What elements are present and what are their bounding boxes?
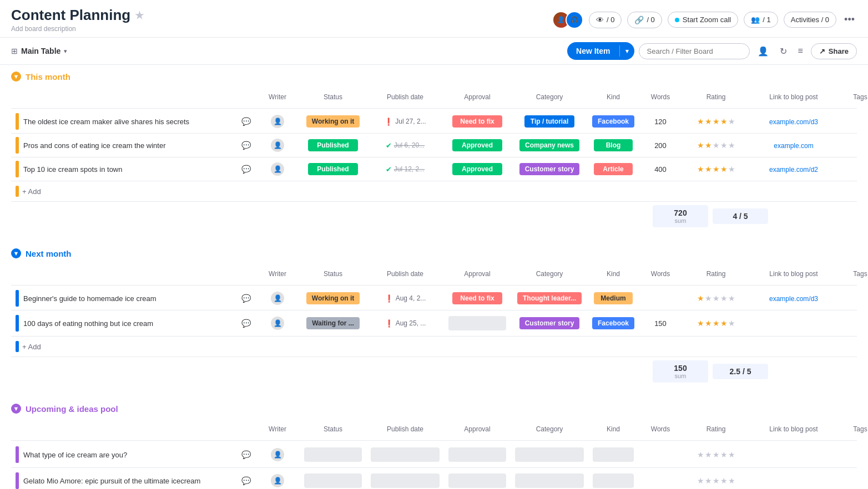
status-cell[interactable]: Published: [300, 160, 366, 179]
kind-cell[interactable]: Facebook: [588, 112, 638, 131]
eye-count-button[interactable]: 👁 / 0: [589, 12, 622, 28]
chevron-down-icon[interactable]: ▾: [64, 48, 67, 55]
kind-badge[interactable]: Facebook: [592, 115, 634, 128]
approval-badge[interactable]: Approved: [452, 139, 502, 151]
kind-cell[interactable]: [588, 468, 638, 489]
person-icon[interactable]: 👤: [271, 474, 284, 487]
link-cell[interactable]: example.com/d3: [749, 291, 838, 306]
add-row-label[interactable]: + Add: [22, 187, 41, 196]
avatar-2[interactable]: 🎧: [566, 11, 583, 29]
kind-cell[interactable]: Medium: [588, 289, 638, 308]
person-icon[interactable]: 👤: [271, 292, 284, 305]
person-filter-button[interactable]: 👤: [754, 44, 772, 59]
approval-badge[interactable]: Need to fix: [452, 292, 502, 304]
comment-icon[interactable]: 💬: [241, 476, 251, 485]
group-toggle-this-month[interactable]: ▼: [11, 72, 21, 81]
status-badge[interactable]: Working on it: [306, 115, 360, 128]
add-row-label[interactable]: + Add: [22, 343, 41, 351]
status-cell[interactable]: [300, 442, 366, 467]
category-cell[interactable]: Customer story: [511, 314, 588, 333]
star-icon[interactable]: ★: [135, 9, 144, 22]
search-input[interactable]: [639, 43, 750, 59]
status-cell[interactable]: [300, 468, 366, 489]
category-cell[interactable]: [511, 442, 588, 467]
person-icon[interactable]: 👤: [271, 317, 284, 330]
status-cell[interactable]: Working on it: [300, 289, 366, 308]
board-description[interactable]: Add board description: [11, 25, 144, 33]
blog-link[interactable]: example.com/d3: [769, 295, 818, 303]
kind-cell[interactable]: [588, 442, 638, 467]
approval-cell[interactable]: Approved: [444, 160, 511, 179]
category-badge[interactable]: Customer story: [519, 317, 580, 329]
status-cell[interactable]: Waiting for ...: [300, 314, 366, 333]
kind-cell[interactable]: Blog: [588, 136, 638, 155]
kind-badge[interactable]: Blog: [594, 139, 633, 151]
category-badge[interactable]: Company news: [519, 139, 579, 151]
approval-badge[interactable]: Approved: [452, 163, 502, 175]
comment-icon[interactable]: 💬: [241, 294, 251, 303]
rating-cell[interactable]: ★ ★ ★ ★ ★: [683, 315, 749, 331]
approval-cell[interactable]: [444, 442, 511, 467]
kind-cell[interactable]: Article: [588, 160, 638, 179]
person-icon[interactable]: 👤: [271, 139, 284, 152]
approval-badge[interactable]: Need to fix: [452, 115, 502, 128]
kind-cell[interactable]: Facebook: [588, 314, 638, 333]
approval-cell[interactable]: Approved: [444, 136, 511, 155]
approval-cell[interactable]: [444, 468, 511, 489]
date-cell[interactable]: ✔ Jul 12, 2...: [366, 162, 444, 177]
rating-cell[interactable]: ★ ★ ★ ★ ★: [683, 291, 749, 306]
category-badge[interactable]: Tip / tutorial: [524, 115, 574, 128]
date-cell[interactable]: ❗ Aug 25, ...: [366, 316, 444, 331]
date-cell[interactable]: ✔ Jul 6, 20...: [366, 138, 444, 153]
person-icon[interactable]: 👤: [271, 162, 284, 176]
person-icon[interactable]: 👤: [271, 448, 284, 461]
status-badge[interactable]: Working on it: [306, 292, 360, 304]
kind-badge[interactable]: Article: [594, 163, 633, 175]
status-badge[interactable]: Waiting for ...: [306, 317, 360, 329]
invite-button[interactable]: 👥 / 1: [744, 12, 778, 28]
kind-badge[interactable]: Medium: [594, 292, 633, 304]
link-cell[interactable]: example.com/d2: [749, 162, 838, 177]
refresh-button[interactable]: ↻: [776, 44, 790, 59]
category-cell[interactable]: Tip / tutorial: [511, 112, 588, 131]
add-row-this-month[interactable]: + Add: [11, 181, 857, 201]
comment-icon[interactable]: 💬: [241, 141, 251, 150]
status-cell[interactable]: Published: [300, 136, 366, 155]
activities-button[interactable]: Activities / 0: [784, 12, 836, 28]
filter-button[interactable]: ≡: [795, 44, 806, 58]
zoom-call-button[interactable]: Start Zoom call: [668, 12, 738, 28]
blog-link[interactable]: example.com/d3: [769, 118, 818, 126]
rating-cell[interactable]: ★ ★ ★ ★ ★: [683, 473, 749, 488]
category-badge[interactable]: Customer story: [519, 163, 580, 175]
date-cell[interactable]: ❗ Aug 4, 2...: [366, 291, 444, 306]
date-cell[interactable]: [366, 442, 444, 467]
guest-count-button[interactable]: 🔗 / 0: [627, 12, 662, 28]
category-badge[interactable]: Thought leader...: [517, 292, 582, 304]
comment-icon[interactable]: 💬: [241, 117, 251, 126]
category-cell[interactable]: Thought leader...: [511, 289, 588, 308]
link-cell[interactable]: example.com/d3: [749, 114, 838, 129]
kind-badge[interactable]: Facebook: [592, 317, 634, 329]
blog-link[interactable]: example.com: [774, 142, 813, 150]
approval-cell[interactable]: Need to fix: [444, 112, 511, 131]
status-badge[interactable]: Published: [308, 163, 358, 175]
group-toggle-ideas[interactable]: ▼: [11, 404, 21, 414]
rating-cell[interactable]: ★ ★ ★ ★ ★: [683, 161, 749, 177]
rating-cell[interactable]: ★ ★ ★ ★ ★: [683, 114, 749, 129]
comment-icon[interactable]: 💬: [241, 165, 251, 174]
approval-cell[interactable]: Need to fix: [444, 289, 511, 308]
status-badge[interactable]: Published: [308, 139, 358, 151]
more-options-button[interactable]: •••: [842, 12, 857, 28]
new-item-chevron-icon[interactable]: ▾: [620, 43, 634, 59]
approval-cell[interactable]: [444, 310, 511, 336]
rating-cell[interactable]: ★ ★ ★ ★ ★: [683, 137, 749, 153]
link-cell[interactable]: example.com: [749, 138, 838, 153]
date-cell[interactable]: [366, 468, 444, 489]
new-item-button[interactable]: New Item ▾: [567, 42, 634, 60]
add-row-next-month[interactable]: + Add: [11, 337, 857, 356]
status-cell[interactable]: Working on it: [300, 112, 366, 131]
category-cell[interactable]: Customer story: [511, 160, 588, 179]
comment-icon[interactable]: 💬: [241, 450, 251, 459]
blog-link[interactable]: example.com/d2: [769, 166, 818, 174]
category-cell[interactable]: [511, 468, 588, 489]
